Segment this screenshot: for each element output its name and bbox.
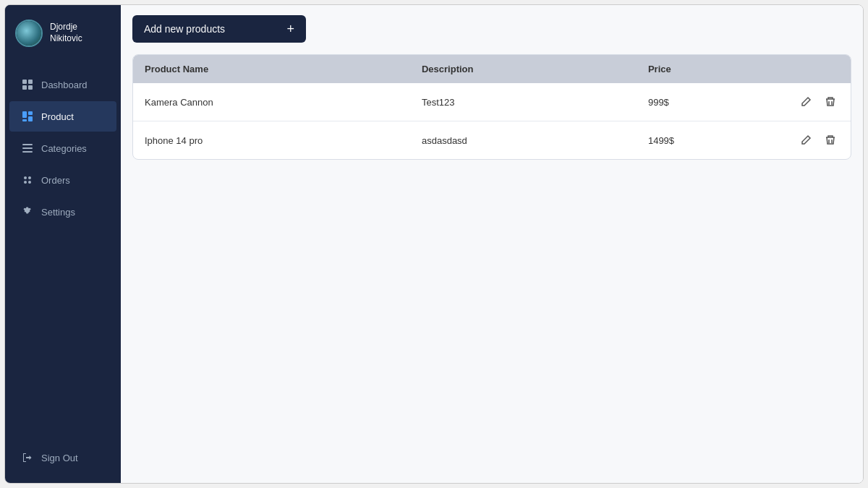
sidebar-item-orders[interactable]: Orders	[9, 165, 116, 195]
svg-rect-3	[28, 85, 33, 90]
svg-rect-9	[22, 147, 33, 149]
edit-button[interactable]	[797, 132, 814, 149]
cell-product-name: Kamera Cannon	[133, 83, 410, 121]
sidebar-item-product[interactable]: Product	[9, 101, 116, 132]
add-products-label: Add new products	[144, 23, 225, 35]
col-header-price: Price	[637, 55, 786, 83]
svg-rect-1	[28, 80, 33, 84]
table-header: Product Name Description Price	[133, 55, 851, 83]
profile-section: Djordje Nikitovic	[5, 5, 121, 61]
categories-icon	[21, 142, 34, 155]
svg-rect-7	[22, 119, 27, 121]
edit-icon	[800, 96, 812, 108]
svg-point-14	[28, 181, 31, 184]
product-icon	[21, 110, 34, 123]
sidebar-nav: Dashboard Product	[5, 61, 121, 432]
sidebar-item-dashboard[interactable]: Dashboard	[9, 69, 116, 100]
cell-description: asdasdasd	[410, 121, 637, 160]
cell-description: Test123	[410, 83, 637, 121]
products-table-container: Product Name Description Price Kamera Ca…	[132, 54, 851, 160]
col-header-name: Product Name	[133, 55, 410, 83]
sidebar-item-label: Settings	[41, 207, 75, 218]
svg-point-11	[24, 176, 27, 179]
svg-rect-0	[22, 80, 27, 84]
cell-price: 1499$	[637, 121, 786, 160]
dashboard-icon	[21, 78, 34, 91]
sidebar-item-label: Dashboard	[41, 80, 88, 90]
orders-icon	[21, 174, 34, 187]
settings-icon	[21, 205, 34, 218]
app-container: Djordje Nikitovic Dashboard	[4, 4, 864, 484]
action-cell	[786, 121, 851, 159]
profile-name: Djordje Nikitovic	[50, 22, 111, 44]
sidebar: Djordje Nikitovic Dashboard	[5, 5, 121, 483]
add-products-button[interactable]: Add new products +	[132, 15, 306, 43]
sidebar-item-label: Product	[41, 111, 74, 122]
delete-button[interactable]	[822, 93, 839, 111]
sign-out-icon	[21, 451, 34, 464]
sidebar-item-label: Categories	[41, 143, 87, 154]
avatar	[15, 20, 43, 47]
svg-rect-6	[28, 116, 33, 121]
action-cell	[786, 83, 851, 121]
cell-product-name: Iphone 14 pro	[133, 121, 410, 160]
sidebar-item-settings[interactable]: Settings	[9, 197, 116, 227]
main-content: Add new products + Product Name Descript…	[121, 5, 863, 483]
svg-point-13	[24, 181, 27, 184]
col-header-actions	[786, 55, 851, 83]
cell-price: 999$	[637, 83, 786, 121]
table-body: Kamera Cannon Test123 999$	[133, 83, 851, 159]
col-header-description: Description	[410, 55, 637, 83]
edit-icon	[800, 134, 812, 146]
sign-out-button[interactable]: Sign Out	[9, 444, 116, 471]
svg-rect-10	[22, 151, 33, 153]
delete-icon	[825, 96, 836, 108]
sign-out-label: Sign Out	[41, 453, 78, 463]
sidebar-item-label: Orders	[41, 175, 70, 186]
svg-rect-2	[22, 85, 27, 90]
products-table: Product Name Description Price Kamera Ca…	[133, 55, 851, 159]
delete-icon	[825, 134, 836, 146]
table-row: Iphone 14 pro asdasdasd 1499$	[133, 121, 851, 160]
table-row: Kamera Cannon Test123 999$	[133, 83, 851, 121]
svg-rect-4	[22, 111, 27, 118]
delete-button[interactable]	[822, 132, 839, 149]
plus-icon: +	[286, 22, 294, 35]
svg-point-12	[28, 176, 31, 179]
svg-rect-8	[22, 144, 33, 145]
edit-button[interactable]	[797, 93, 814, 111]
sidebar-bottom: Sign Out	[5, 432, 121, 483]
sidebar-item-categories[interactable]: Categories	[9, 133, 116, 163]
svg-rect-5	[28, 111, 33, 115]
